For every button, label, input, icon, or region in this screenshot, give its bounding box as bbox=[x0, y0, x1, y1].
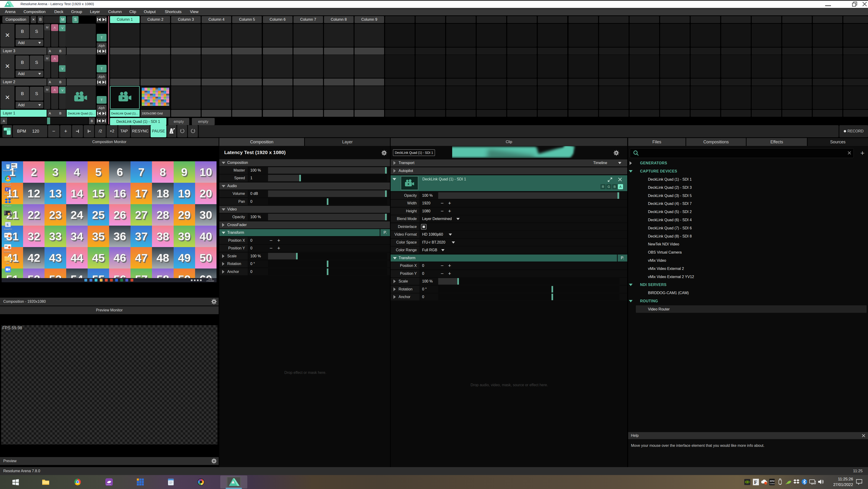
svg-text:T: T bbox=[6, 188, 8, 191]
svg-text:GAMES: GAMES bbox=[770, 483, 775, 484]
svg-text:co: co bbox=[5, 245, 7, 247]
svg-text:S: S bbox=[6, 223, 8, 226]
svg-text:EPIC: EPIC bbox=[770, 480, 775, 482]
svg-text:F: F bbox=[754, 479, 757, 485]
svg-text:co: co bbox=[5, 234, 7, 236]
svg-text:NDI: NDI bbox=[12, 164, 16, 166]
svg-text:business: business bbox=[106, 484, 111, 485]
